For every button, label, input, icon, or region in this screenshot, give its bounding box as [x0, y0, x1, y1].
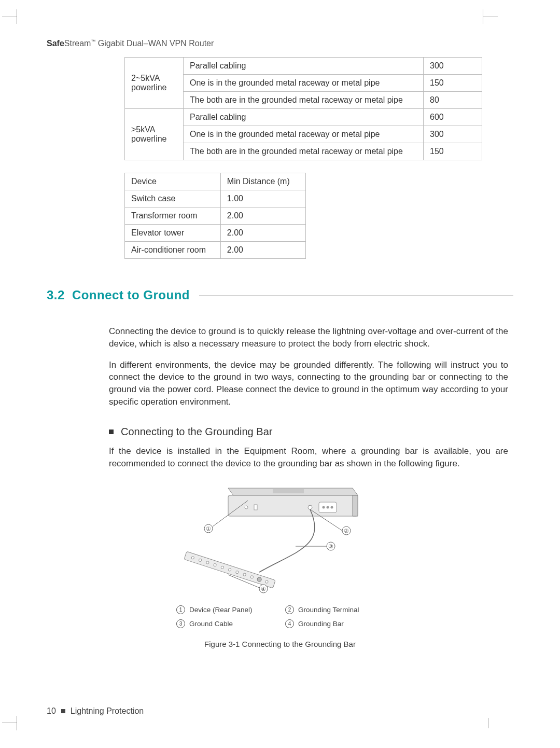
powerline-distance-table: 2~5kVA powerline Parallel cabling 300 On… — [124, 57, 482, 160]
desc-cell: Parallel cabling — [184, 109, 424, 126]
figure-caption: Figure 3-1 Connecting to the Grounding B… — [145, 640, 415, 648]
legend-text: Grounding Terminal — [298, 606, 359, 614]
section-heading: 3.2 Connect to Ground — [47, 288, 513, 302]
legend-text: Ground Cable — [189, 620, 233, 628]
svg-marker-2 — [353, 495, 358, 516]
device-cell: Transformer room — [125, 207, 221, 225]
table-row: Transformer room 2.00 — [125, 207, 306, 225]
fig-label-4: ④ — [261, 586, 266, 592]
crop-mark — [477, 11, 498, 32]
dist-cell: 1.00 — [220, 190, 305, 207]
th-device: Device — [125, 173, 221, 190]
table-row: Air-conditioner room 2.00 — [125, 242, 306, 259]
legend-num: 4 — [285, 619, 294, 628]
crop-mark — [477, 708, 498, 728]
cat-cell: 2~5kVA powerline — [125, 58, 184, 109]
desc-cell: Parallel cabling — [184, 58, 424, 75]
table-header-row: Device Min Distance (m) — [125, 173, 306, 190]
svg-rect-9 — [273, 489, 304, 493]
desc-cell: One is in the grounded metal raceway or … — [184, 126, 424, 143]
desc-cell: One is in the grounded metal raceway or … — [184, 75, 424, 92]
subsection-heading: Connecting to the Grounding Bar — [109, 426, 513, 438]
section-title: Connect to Ground — [72, 288, 190, 302]
page-footer: 10 Lightning Protection — [47, 707, 144, 716]
device-min-distance-table: Device Min Distance (m) Switch case 1.00… — [124, 173, 306, 259]
doc-header: SafeStream™ Gigabit Dual–WAN VPN Router — [47, 39, 214, 48]
legend-item: 3Ground Cable — [176, 619, 275, 628]
legend-text: Device (Rear Panel) — [189, 606, 253, 614]
dist-cell: 2.00 — [220, 225, 305, 242]
val-cell: 80 — [424, 92, 482, 109]
paragraph: If the device is installed in the Equipm… — [109, 445, 508, 470]
heading-rule — [199, 295, 513, 296]
page-number: 10 — [47, 707, 56, 716]
legend-text: Grounding Bar — [298, 620, 344, 628]
val-cell: 150 — [424, 75, 482, 92]
val-cell: 300 — [424, 58, 482, 75]
val-cell: 300 — [424, 126, 482, 143]
svg-point-6 — [323, 506, 325, 509]
crop-mark — [2, 708, 23, 728]
footer-square-icon — [61, 709, 65, 713]
section-number: 3.2 — [47, 288, 65, 302]
svg-rect-1 — [228, 495, 358, 516]
brand-bold: Safe — [47, 39, 64, 48]
svg-point-3 — [245, 506, 248, 509]
table-row: >5kVA powerline Parallel cabling 600 — [125, 109, 482, 126]
device-cell: Air-conditioner room — [125, 242, 221, 259]
dist-cell: 2.00 — [220, 207, 305, 225]
device-cell: Switch case — [125, 190, 221, 207]
cat-cell: >5kVA powerline — [125, 109, 184, 160]
grounding-figure: ① ② ③ ④ 1Device (Rear Panel) 2Grounding … — [145, 484, 415, 648]
legend-num: 2 — [285, 605, 294, 614]
footer-chapter: Lightning Protection — [71, 707, 144, 716]
svg-point-8 — [331, 506, 333, 509]
subsection-title: Connecting to the Grounding Bar — [121, 426, 272, 438]
desc-cell: The both are in the grounded metal racew… — [184, 92, 424, 109]
svg-point-10 — [308, 505, 312, 509]
fig-label-2: ② — [344, 528, 349, 534]
crop-mark — [2, 11, 23, 32]
product-name: Gigabit Dual–WAN VPN Router — [95, 39, 214, 48]
fig-label-1: ① — [206, 525, 211, 532]
fig-label-3: ③ — [328, 543, 333, 549]
val-cell: 600 — [424, 109, 482, 126]
dist-cell: 2.00 — [220, 242, 305, 259]
legend-item: 4Grounding Bar — [285, 619, 384, 628]
device-cell: Elevator tower — [125, 225, 221, 242]
bullet-square-icon — [109, 430, 114, 434]
desc-cell: The both are in the grounded metal racew… — [184, 143, 424, 160]
paragraph: Connecting the device to ground is to qu… — [109, 325, 508, 350]
figure-legend: 1Device (Rear Panel) 2Grounding Terminal… — [176, 605, 384, 628]
brand-rest: Stream — [64, 39, 91, 48]
legend-item: 1Device (Rear Panel) — [176, 605, 275, 614]
legend-num: 3 — [176, 619, 185, 628]
legend-item: 2Grounding Terminal — [285, 605, 384, 614]
table-row: 2~5kVA powerline Parallel cabling 300 — [125, 58, 482, 75]
legend-num: 1 — [176, 605, 185, 614]
table-row: Elevator tower 2.00 — [125, 225, 306, 242]
val-cell: 150 — [424, 143, 482, 160]
svg-point-7 — [327, 506, 329, 509]
th-min-distance: Min Distance (m) — [220, 173, 305, 190]
table-row: Switch case 1.00 — [125, 190, 306, 207]
svg-rect-4 — [254, 505, 257, 510]
paragraph: In different environments, the device ma… — [109, 359, 508, 408]
